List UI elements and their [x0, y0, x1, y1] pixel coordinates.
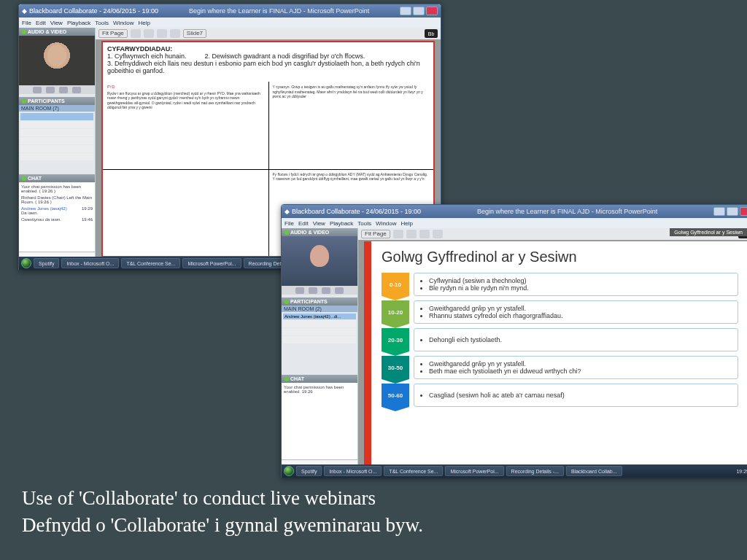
webcam-feed[interactable]: [282, 236, 357, 286]
tool-icon[interactable]: [144, 29, 154, 38]
agenda-row: 10-20Gweithgaredd grŵp yn yr ystafell.Rh…: [382, 300, 738, 324]
agenda-box: Gweithgaredd grŵp yn yr ystafell.Rhannu …: [414, 300, 738, 324]
minimize-icon[interactable]: [400, 7, 411, 15]
av-controls[interactable]: [19, 85, 95, 94]
task-button[interactable]: Spotify: [296, 466, 322, 476]
participants-header[interactable]: PARTICIPANTS: [282, 298, 357, 306]
fit-page[interactable]: Fit Page: [98, 29, 128, 38]
menu-help[interactable]: Help: [401, 220, 413, 227]
task-button[interactable]: T&L Conference Se...: [384, 466, 443, 476]
task-button[interactable]: T&L Conference Se...: [121, 258, 180, 268]
menu-view[interactable]: View: [50, 20, 63, 26]
slide: Golwg Gyffredinol ar y Sesiwn 0-10Cyflwy…: [364, 241, 747, 465]
menu-view[interactable]: View: [313, 220, 325, 227]
task-button[interactable]: Recording Details -...: [506, 466, 564, 476]
tool-icon[interactable]: [419, 230, 430, 238]
titlebar[interactable]: ◆Blackboard Collaborate - 24/06/2015 - 1…: [282, 205, 747, 218]
agenda-item: Beth mae eich tystiolaeth yn ei ddweud w…: [429, 368, 732, 375]
av-controls[interactable]: [282, 286, 357, 295]
time-chevron: 50-60: [382, 384, 409, 407]
menu-help[interactable]: Help: [139, 20, 150, 26]
main-room-label[interactable]: MAIN ROOM (2): [282, 306, 357, 312]
list-item[interactable]: [20, 113, 93, 120]
chat-messages[interactable]: Your chat permission has been enabled. (…: [19, 182, 95, 252]
tool-icon[interactable]: [157, 29, 167, 38]
chat-panel: Your chat permission has been enabled. (…: [19, 182, 95, 263]
av-panel-header[interactable]: AUDIO & VIDEO: [19, 28, 95, 36]
title-center: Begin where the Learner is FINAL AJD - M…: [477, 208, 657, 215]
menubar[interactable]: File Edit View Playback Tools Window Hel…: [19, 18, 441, 28]
list-item[interactable]: [20, 129, 93, 136]
minimize-icon[interactable]: [713, 207, 725, 216]
tool-icon[interactable]: [406, 230, 417, 238]
close-icon[interactable]: [426, 7, 438, 15]
list-item[interactable]: [283, 336, 356, 343]
start-orb[interactable]: [284, 466, 294, 476]
webcam-feed[interactable]: [19, 36, 95, 85]
list-item[interactable]: [283, 320, 356, 327]
list-item[interactable]: Andrew Jones (iasaj42)...di...: [283, 314, 356, 319]
tool-icon[interactable]: [170, 29, 180, 38]
menu-window[interactable]: Window: [376, 220, 396, 227]
task-button[interactable]: Microsoft PowerPoi...: [445, 466, 503, 476]
content-area: Fit Page Bb Golwg Gyffredinol ar y Sesiw…: [358, 228, 747, 471]
chat-panel: Your chat permission has been enabled. 1…: [282, 383, 357, 471]
list-item[interactable]: [20, 137, 93, 144]
task-button[interactable]: Inbox - Microsoft O...: [324, 466, 382, 476]
menu-edit[interactable]: Edit: [298, 220, 309, 227]
participants-list[interactable]: MAIN ROOM (7): [19, 105, 95, 174]
maximize-icon[interactable]: [727, 207, 738, 216]
bb-logo: Bb: [425, 29, 438, 38]
tool-icon[interactable]: [433, 230, 443, 238]
list-item[interactable]: [20, 145, 93, 152]
close-icon[interactable]: [740, 207, 747, 216]
menu-window[interactable]: Window: [113, 20, 133, 26]
quadrant-3[interactable]: [103, 169, 268, 257]
time-chevron: 20-30: [382, 328, 409, 351]
content-toolbar[interactable]: Fit Page Slide7 Bb: [96, 28, 441, 39]
main-room-label[interactable]: MAIN ROOM (7): [19, 105, 95, 112]
list-item[interactable]: [283, 328, 356, 335]
list-item[interactable]: [20, 153, 93, 160]
participants-list[interactable]: MAIN ROOM (2) Andrew Jones (iasaj42)...d…: [282, 306, 357, 375]
agenda-row: 0-10Cyflwyniad (sesiwn a thechnoleg)Ble …: [382, 273, 738, 296]
menubar[interactable]: File Edit View Playback Tools Window Hel…: [282, 218, 747, 228]
list-item[interactable]: [20, 121, 93, 128]
maximize-icon[interactable]: [413, 7, 425, 15]
accent-strip: [364, 241, 371, 465]
agenda-box: Gweithgaredd grŵp yn yr ystafell.Beth ma…: [414, 356, 738, 379]
participants-header[interactable]: PARTICIPANTS: [19, 97, 95, 105]
chat-header[interactable]: CHAT: [19, 174, 95, 182]
task-button[interactable]: Microsoft PowerPoi...: [182, 258, 241, 268]
menu-playback[interactable]: Playback: [67, 20, 90, 26]
menu-file[interactable]: File: [285, 220, 294, 227]
quadrant-2[interactable]: Y cysenyn. Grwp o testgwn is eu gallu ma…: [268, 82, 434, 169]
menu-playback[interactable]: Playback: [330, 220, 353, 227]
tool-icon[interactable]: [393, 230, 403, 238]
page-indicator[interactable]: Slide7: [183, 29, 206, 38]
chat-messages[interactable]: Your chat permission has been enabled. 1…: [282, 383, 357, 459]
task-button[interactable]: Spotify: [34, 258, 59, 268]
menu-tools[interactable]: Tools: [95, 20, 109, 26]
av-panel-header[interactable]: AUDIO & VIDEO: [282, 228, 357, 236]
titlebar[interactable]: ◆Blackboard Collaborate - 24/06/2015 - 1…: [19, 4, 441, 18]
title-center: Begin where the Learner is FINAL AJD - M…: [189, 7, 369, 15]
task-button[interactable]: Inbox - Microsoft O...: [61, 258, 119, 268]
quadrant-1[interactable]: PYDRydw i am ffocysu ar grwp o ddisgybli…: [103, 82, 268, 169]
menu-tools[interactable]: Tools: [357, 220, 371, 227]
task-button[interactable]: Blackboard Collab...: [566, 466, 622, 476]
slide-caption: Use of 'Collaborate' to conduct live web…: [22, 485, 423, 538]
chat-header[interactable]: CHAT: [282, 375, 357, 383]
title: Blackboard Collaborate - 24/06/2015 - 19…: [29, 7, 158, 15]
menu-edit[interactable]: Edit: [36, 20, 46, 26]
taskbar[interactable]: Spotify Inbox - Microsoft O... T&L Confe…: [282, 464, 747, 478]
tool-icon[interactable]: [131, 29, 141, 38]
fit-page[interactable]: Fit Page: [361, 230, 390, 238]
start-orb[interactable]: [21, 258, 31, 268]
agenda-row: 50-60Casgliad (sesiwn holi ac ateb a'r c…: [382, 384, 738, 407]
clock: 19:29: [733, 469, 747, 474]
sidebar: AUDIO & VIDEO PARTICIPANTS MAIN ROOM (2)…: [282, 228, 358, 471]
agenda-item: Gweithgaredd grŵp yn yr ystafell.: [429, 305, 732, 312]
agenda-item: Cyflwyniad (sesiwn a thechnoleg): [429, 277, 732, 284]
menu-file[interactable]: File: [22, 20, 31, 26]
